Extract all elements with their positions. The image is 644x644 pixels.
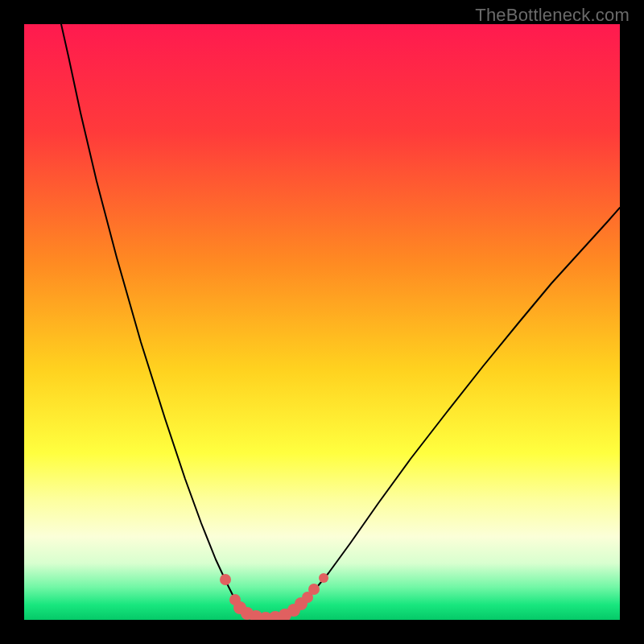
curve-marker [319,573,328,583]
curve-marker [220,574,231,585]
curve-marker [308,584,320,595]
chart-background [24,24,620,620]
chart-frame: TheBottleneck.com [0,0,644,644]
watermark-text: TheBottleneck.com [475,5,630,26]
bottleneck-chart [24,24,620,620]
